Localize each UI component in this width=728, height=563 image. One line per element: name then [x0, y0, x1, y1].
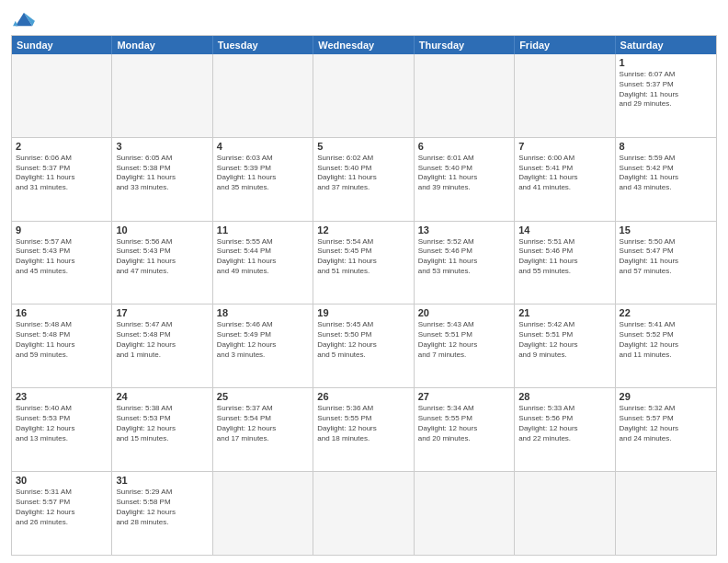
calendar-day-31: 31Sunrise: 5:29 AM Sunset: 5:58 PM Dayli…: [112, 472, 212, 555]
day-number: 14: [518, 224, 610, 236]
day-info: Sunrise: 5:51 AM Sunset: 5:46 PM Dayligh…: [518, 237, 610, 277]
calendar-day-8: 8Sunrise: 5:59 AM Sunset: 5:42 PM Daylig…: [616, 138, 716, 221]
day-info: Sunrise: 6:01 AM Sunset: 5:40 PM Dayligh…: [418, 154, 510, 193]
calendar-empty: [415, 54, 515, 137]
day-number: 27: [418, 391, 510, 402]
day-number: 23: [16, 391, 108, 402]
day-number: 3: [116, 141, 208, 152]
header-day-sunday: Sunday: [12, 36, 112, 54]
calendar: SundayMondayTuesdayWednesdayThursdayFrid…: [11, 35, 717, 556]
day-number: 24: [116, 391, 208, 402]
calendar-day-27: 27Sunrise: 5:34 AM Sunset: 5:55 PM Dayli…: [415, 388, 515, 471]
day-info: Sunrise: 5:52 AM Sunset: 5:46 PM Dayligh…: [418, 237, 510, 277]
day-info: Sunrise: 5:55 AM Sunset: 5:44 PM Dayligh…: [217, 237, 309, 277]
header-day-saturday: Saturday: [616, 36, 716, 54]
day-info: Sunrise: 6:07 AM Sunset: 5:37 PM Dayligh…: [620, 70, 712, 109]
day-info: Sunrise: 5:40 AM Sunset: 5:53 PM Dayligh…: [16, 404, 108, 443]
day-number: 2: [16, 141, 108, 152]
day-info: Sunrise: 5:56 AM Sunset: 5:43 PM Dayligh…: [116, 237, 208, 277]
day-info: Sunrise: 5:46 AM Sunset: 5:49 PM Dayligh…: [217, 320, 309, 360]
calendar-day-17: 17Sunrise: 5:47 AM Sunset: 5:48 PM Dayli…: [112, 304, 212, 387]
day-number: 8: [620, 141, 712, 152]
day-number: 5: [317, 141, 409, 152]
day-number: 31: [116, 475, 208, 486]
calendar-day-6: 6Sunrise: 6:01 AM Sunset: 5:40 PM Daylig…: [415, 138, 515, 221]
day-info: Sunrise: 5:33 AM Sunset: 5:56 PM Dayligh…: [518, 404, 610, 443]
day-info: Sunrise: 5:32 AM Sunset: 5:57 PM Dayligh…: [620, 404, 712, 443]
day-info: Sunrise: 5:29 AM Sunset: 5:58 PM Dayligh…: [116, 488, 208, 527]
day-info: Sunrise: 5:31 AM Sunset: 5:57 PM Dayligh…: [16, 488, 108, 527]
calendar-row-0: 1Sunrise: 6:07 AM Sunset: 5:37 PM Daylig…: [12, 54, 716, 137]
day-info: Sunrise: 6:03 AM Sunset: 5:39 PM Dayligh…: [217, 154, 309, 193]
calendar-empty: [415, 472, 515, 555]
day-number: 11: [217, 224, 309, 236]
day-number: 6: [418, 141, 510, 152]
day-number: 16: [16, 307, 108, 318]
calendar-empty: [213, 54, 313, 137]
calendar-row-5: 30Sunrise: 5:31 AM Sunset: 5:57 PM Dayli…: [12, 471, 716, 555]
day-info: Sunrise: 5:34 AM Sunset: 5:55 PM Dayligh…: [418, 404, 510, 443]
day-number: 21: [518, 307, 610, 318]
day-number: 7: [518, 141, 610, 152]
logo: [11, 9, 40, 29]
day-number: 17: [116, 307, 208, 318]
day-number: 22: [620, 307, 712, 318]
calendar-body: 1Sunrise: 6:07 AM Sunset: 5:37 PM Daylig…: [12, 54, 716, 555]
calendar-day-10: 10Sunrise: 5:56 AM Sunset: 5:43 PM Dayli…: [112, 222, 212, 304]
header-day-wednesday: Wednesday: [313, 36, 414, 54]
calendar-day-30: 30Sunrise: 5:31 AM Sunset: 5:57 PM Dayli…: [12, 472, 112, 555]
day-info: Sunrise: 5:59 AM Sunset: 5:42 PM Dayligh…: [620, 154, 712, 193]
day-number: 19: [317, 307, 409, 318]
day-info: Sunrise: 6:05 AM Sunset: 5:38 PM Dayligh…: [116, 154, 208, 193]
calendar-day-7: 7Sunrise: 6:00 AM Sunset: 5:41 PM Daylig…: [515, 138, 615, 221]
day-info: Sunrise: 5:48 AM Sunset: 5:48 PM Dayligh…: [16, 320, 108, 360]
day-info: Sunrise: 5:45 AM Sunset: 5:50 PM Dayligh…: [317, 320, 409, 360]
calendar-empty: [12, 54, 112, 137]
calendar-day-23: 23Sunrise: 5:40 AM Sunset: 5:53 PM Dayli…: [12, 388, 112, 471]
calendar-empty: [515, 472, 615, 555]
day-number: 26: [317, 391, 409, 402]
calendar-day-15: 15Sunrise: 5:50 AM Sunset: 5:47 PM Dayli…: [616, 222, 716, 304]
day-number: 10: [116, 224, 208, 236]
calendar-day-3: 3Sunrise: 6:05 AM Sunset: 5:38 PM Daylig…: [112, 138, 212, 221]
day-info: Sunrise: 5:37 AM Sunset: 5:54 PM Dayligh…: [217, 404, 309, 443]
header-day-thursday: Thursday: [415, 36, 515, 54]
day-number: 29: [620, 391, 712, 402]
day-number: 13: [418, 224, 510, 236]
day-info: Sunrise: 5:47 AM Sunset: 5:48 PM Dayligh…: [116, 320, 208, 360]
calendar-day-2: 2Sunrise: 6:06 AM Sunset: 5:37 PM Daylig…: [12, 138, 112, 221]
day-info: Sunrise: 5:36 AM Sunset: 5:55 PM Dayligh…: [317, 404, 409, 443]
calendar-day-20: 20Sunrise: 5:43 AM Sunset: 5:51 PM Dayli…: [415, 304, 515, 387]
calendar-empty: [213, 472, 313, 555]
calendar-row-3: 16Sunrise: 5:48 AM Sunset: 5:48 PM Dayli…: [12, 304, 716, 387]
calendar-empty: [313, 54, 414, 137]
day-info: Sunrise: 5:50 AM Sunset: 5:47 PM Dayligh…: [620, 237, 712, 277]
calendar-day-4: 4Sunrise: 6:03 AM Sunset: 5:39 PM Daylig…: [213, 138, 313, 221]
calendar-day-19: 19Sunrise: 5:45 AM Sunset: 5:50 PM Dayli…: [313, 304, 414, 387]
logo-icon: [11, 9, 37, 29]
calendar-header: SundayMondayTuesdayWednesdayThursdayFrid…: [12, 36, 716, 54]
day-info: Sunrise: 6:02 AM Sunset: 5:40 PM Dayligh…: [317, 154, 409, 193]
day-info: Sunrise: 6:06 AM Sunset: 5:37 PM Dayligh…: [16, 154, 108, 193]
header-day-friday: Friday: [515, 36, 615, 54]
calendar-day-1: 1Sunrise: 6:07 AM Sunset: 5:37 PM Daylig…: [616, 54, 716, 137]
calendar-empty: [616, 472, 716, 555]
page: SundayMondayTuesdayWednesdayThursdayFrid…: [0, 0, 728, 563]
header-day-tuesday: Tuesday: [213, 36, 313, 54]
calendar-empty: [112, 54, 212, 137]
day-number: 20: [418, 307, 510, 318]
calendar-row-2: 9Sunrise: 5:57 AM Sunset: 5:43 PM Daylig…: [12, 221, 716, 304]
day-number: 12: [317, 224, 409, 236]
calendar-day-11: 11Sunrise: 5:55 AM Sunset: 5:44 PM Dayli…: [213, 222, 313, 304]
day-number: 30: [16, 475, 108, 486]
calendar-day-21: 21Sunrise: 5:42 AM Sunset: 5:51 PM Dayli…: [515, 304, 615, 387]
calendar-day-26: 26Sunrise: 5:36 AM Sunset: 5:55 PM Dayli…: [313, 388, 414, 471]
calendar-day-9: 9Sunrise: 5:57 AM Sunset: 5:43 PM Daylig…: [12, 222, 112, 304]
day-number: 25: [217, 391, 309, 402]
day-info: Sunrise: 5:43 AM Sunset: 5:51 PM Dayligh…: [418, 320, 510, 360]
calendar-day-24: 24Sunrise: 5:38 AM Sunset: 5:53 PM Dayli…: [112, 388, 212, 471]
day-info: Sunrise: 5:57 AM Sunset: 5:43 PM Dayligh…: [16, 237, 108, 277]
day-number: 4: [217, 141, 309, 152]
calendar-day-25: 25Sunrise: 5:37 AM Sunset: 5:54 PM Dayli…: [213, 388, 313, 471]
header-day-monday: Monday: [112, 36, 212, 54]
